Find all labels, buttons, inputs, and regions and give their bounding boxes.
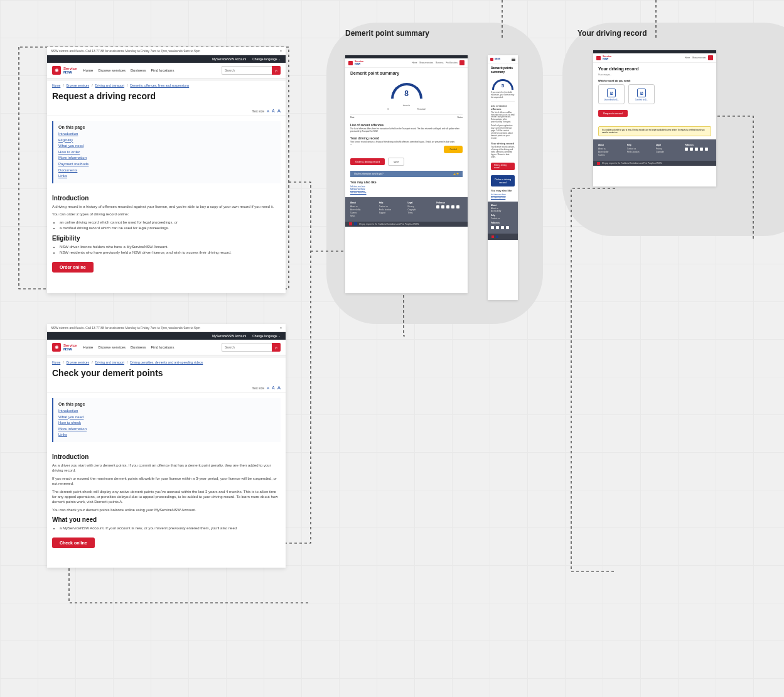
- gauge-unit: demerits: [350, 104, 463, 107]
- site-header: Service NSW Home Browse services: [593, 53, 716, 63]
- search-button[interactable]: ⌕: [272, 343, 281, 352]
- link[interactable]: link item one here: [350, 185, 463, 188]
- onpage-link[interactable]: Links: [58, 432, 276, 438]
- text-size-large[interactable]: A: [277, 108, 281, 114]
- paragraph: A driving record is a history of offence…: [52, 204, 281, 209]
- link[interactable]: link item two here: [491, 197, 515, 199]
- list: NSW driver licence holders who have a My…: [52, 244, 281, 256]
- service-nsw-wordmark: Service NSW: [63, 343, 77, 351]
- paragraph: The list of offences differs from the tr…: [491, 112, 515, 124]
- page-demerit-summary-desktop: Service NSW Home Browse services Busines…: [345, 55, 468, 293]
- search-button[interactable]: [459, 60, 464, 65]
- text-size-small[interactable]: A: [267, 386, 269, 390]
- youtube-icon[interactable]: [700, 148, 703, 151]
- onpage-link[interactable]: Introduction: [58, 408, 276, 414]
- twitter-icon[interactable]: [441, 205, 444, 208]
- onpage-link[interactable]: Payment methods: [58, 161, 276, 168]
- crumb[interactable]: Home: [52, 84, 60, 87]
- card-uncertified[interactable]: 🗎 Uncertified for $...: [598, 84, 625, 104]
- text-size-medium[interactable]: A: [272, 386, 275, 390]
- instagram-icon[interactable]: [446, 205, 449, 208]
- instagram-icon[interactable]: [695, 148, 698, 151]
- close-icon[interactable]: ×: [280, 49, 282, 53]
- onpage-link[interactable]: Introduction: [58, 131, 276, 138]
- nav-home[interactable]: Home: [83, 345, 93, 349]
- onpage-link[interactable]: More information: [58, 426, 276, 433]
- document-icon: 🗎: [607, 89, 616, 97]
- linkedin-icon[interactable]: [506, 226, 509, 229]
- linkedin-icon[interactable]: [705, 148, 708, 151]
- order-record-primary-button[interactable]: Order a driving record: [491, 175, 515, 186]
- facebook-icon[interactable]: [436, 205, 439, 208]
- youtube-icon[interactable]: [451, 205, 454, 208]
- request-record-button[interactable]: Request a record: [598, 110, 628, 117]
- feedback-thumbs[interactable]: 👍 👎: [453, 173, 459, 175]
- paragraph: As a driver you start with zero demerit …: [52, 463, 281, 473]
- nsw-waratah-icon: [490, 58, 493, 61]
- link[interactable]: link item one here: [491, 193, 515, 196]
- check-online-button[interactable]: Check online: [52, 538, 95, 548]
- logo[interactable]: ✺ Service NSW: [52, 343, 77, 352]
- text-size-large[interactable]: A: [277, 385, 281, 391]
- footer-col: Follow us: [436, 201, 463, 218]
- crumb[interactable]: Demerits, offences, fines and suspension…: [130, 84, 189, 87]
- nav-business[interactable]: Business: [131, 345, 146, 349]
- order-online-button[interactable]: Order online: [52, 262, 94, 273]
- crumb[interactable]: Driving and transport: [95, 360, 124, 364]
- link[interactable]: link item two here: [350, 188, 463, 191]
- crumb[interactable]: Browse services: [67, 84, 89, 87]
- heading: You may also like: [491, 189, 515, 192]
- crumb[interactable]: Driving and transport: [95, 84, 124, 87]
- nav-browse[interactable]: Browse services: [98, 68, 126, 72]
- nav-locations[interactable]: Find locations: [151, 345, 174, 349]
- site-header: SNSW: [488, 55, 518, 63]
- text-size-small[interactable]: A: [267, 109, 269, 113]
- on-this-page: On this page Introduction What you need …: [52, 398, 281, 442]
- nav-browse[interactable]: Browse services: [98, 345, 126, 349]
- crumb[interactable]: Home: [52, 360, 60, 364]
- account-link[interactable]: MyServiceNSW Account: [212, 57, 246, 61]
- text-size-medium[interactable]: A: [272, 109, 275, 113]
- onpage-link[interactable]: How to order: [58, 149, 276, 156]
- hamburger-icon[interactable]: [512, 57, 515, 61]
- facebook-icon[interactable]: [685, 148, 688, 151]
- order-record-button[interactable]: Order a driving record: [491, 163, 515, 170]
- linkedin-icon[interactable]: [456, 205, 459, 208]
- onpage-link[interactable]: What you need: [58, 414, 276, 421]
- breadcrumb: Home/ Browse services/ Driving and trans…: [47, 81, 286, 90]
- search-button[interactable]: [708, 55, 713, 60]
- change-language[interactable]: Change language ⌄: [252, 57, 281, 61]
- close-icon[interactable]: ×: [280, 326, 282, 330]
- page-title: Your driving record: [598, 67, 711, 71]
- logo[interactable]: ✺ Service NSW: [52, 66, 77, 75]
- footer-ack-bar: We pay respect to the Traditional Custod…: [593, 161, 716, 166]
- service-nsw-wordmark: Service NSW: [355, 60, 363, 65]
- heading: Introduction: [52, 453, 281, 460]
- search-button[interactable]: ⌕: [272, 66, 281, 75]
- onpage-link[interactable]: Documents: [58, 168, 276, 174]
- link[interactable]: link item three here: [350, 192, 463, 194]
- account-link[interactable]: MyServiceNSW Account: [212, 334, 246, 338]
- save-button[interactable]: save: [388, 158, 404, 166]
- search-input[interactable]: [222, 343, 272, 352]
- facebook-icon[interactable]: [491, 226, 494, 229]
- crumb[interactable]: Browse services: [67, 360, 89, 364]
- search-input[interactable]: [222, 66, 272, 75]
- site-footer: About About us Accessibility Careers Hel…: [593, 139, 716, 161]
- onpage-link[interactable]: What you need: [58, 143, 276, 149]
- twitter-icon[interactable]: [690, 148, 693, 151]
- onpage-link[interactable]: Eligibility: [58, 138, 276, 144]
- text-size-label: Text size: [252, 386, 264, 390]
- change-language[interactable]: Change language ⌄: [252, 334, 281, 338]
- onpage-link[interactable]: How to check: [58, 420, 276, 426]
- onpage-link[interactable]: Links: [58, 173, 276, 180]
- instagram-icon[interactable]: [501, 226, 504, 229]
- onpage-link[interactable]: More information: [58, 155, 276, 161]
- nav-business[interactable]: Business: [131, 68, 146, 72]
- order-record-button[interactable]: Order a driving record: [350, 158, 385, 165]
- crumb[interactable]: Driving penalties, demerits and anti-spe…: [130, 360, 203, 364]
- twitter-icon[interactable]: [496, 226, 499, 229]
- nav-home[interactable]: Home: [83, 68, 93, 72]
- card-certified[interactable]: 🗎 Certified for $...: [628, 84, 655, 104]
- nav-locations[interactable]: Find locations: [151, 68, 174, 72]
